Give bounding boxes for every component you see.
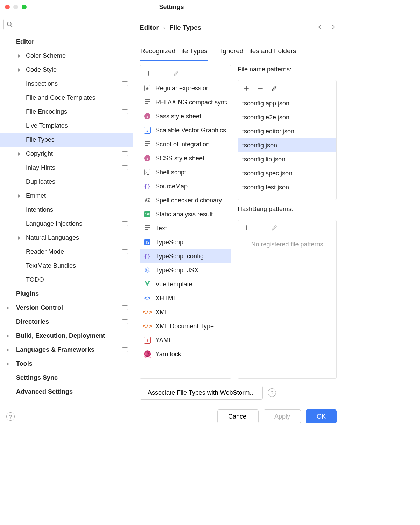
sidebar-item-label: Version Control <box>16 304 63 312</box>
sidebar-item[interactable]: Copyright <box>0 147 133 161</box>
search-input[interactable] <box>4 19 130 30</box>
filetype-label: Scalable Vector Graphics <box>155 127 226 134</box>
filetype-item[interactable]: sSCSS style sheet <box>140 151 231 165</box>
filetype-item[interactable]: </>XML <box>140 305 231 319</box>
sidebar-item[interactable]: Editor <box>0 35 133 49</box>
pattern-item[interactable]: tsconfig.e2e.json <box>238 110 336 124</box>
filetype-item[interactable]: 🧶Yarn lock <box>140 347 231 361</box>
forward-icon[interactable] <box>330 23 337 32</box>
sidebar-item[interactable]: Version Control <box>0 301 133 315</box>
chevron-right-icon <box>6 332 10 340</box>
sass-icon: s <box>144 113 150 119</box>
filetype-label: XML <box>155 309 168 316</box>
sidebar-item-label: Copyright <box>26 150 53 158</box>
scope-badge-icon <box>122 151 128 156</box>
pattern-item[interactable]: tsconfig.app.json <box>238 96 336 110</box>
sidebar-item-label: Intentions <box>26 206 53 214</box>
filetype-item[interactable]: ✱Regular expression <box>140 81 231 95</box>
sass-icon: s <box>144 155 150 161</box>
sidebar-item[interactable]: TODO <box>0 273 133 287</box>
sidebar-item[interactable]: Emmet <box>0 189 133 203</box>
hashbang-empty: No registered file patterns <box>238 236 336 248</box>
ok-button[interactable]: OK <box>306 410 337 424</box>
sidebar-item[interactable]: Build, Execution, Deployment <box>0 329 133 343</box>
cancel-button[interactable]: Cancel <box>217 410 259 424</box>
sidebar-item[interactable]: Reader Mode <box>0 245 133 259</box>
filetype-item[interactable]: ◢Scalable Vector Graphics <box>140 123 231 137</box>
edit-icon[interactable] <box>173 70 180 77</box>
yaml-icon: Y <box>144 337 151 344</box>
sidebar-item[interactable]: TextMate Bundles <box>0 259 133 273</box>
pattern-item[interactable]: tsconfig.spec.json <box>238 166 336 180</box>
pattern-item[interactable]: tsconfig.lib.json <box>238 152 336 166</box>
sidebar-item[interactable]: Live Templates <box>0 119 133 133</box>
scope-badge-icon <box>122 165 128 170</box>
sidebar-item[interactable]: Natural Languages <box>0 231 133 245</box>
filetype-label: Static analysis result <box>155 211 213 218</box>
sidebar-item-label: Advanced Settings <box>16 388 73 396</box>
breadcrumb-part[interactable]: Editor <box>140 24 159 31</box>
filetype-item[interactable]: TSTypeScript <box>140 235 231 249</box>
add-icon[interactable] <box>145 70 152 77</box>
sidebar-item[interactable]: Languages & Frameworks <box>0 343 133 357</box>
filetype-item[interactable]: Text <box>140 221 231 235</box>
tab[interactable]: Ignored Files and Folders <box>220 45 297 61</box>
sidebar-item[interactable]: Language Injections <box>0 217 133 231</box>
filetype-item[interactable]: >_Shell script <box>140 165 231 179</box>
sidebar-item[interactable]: File and Code Templates <box>0 91 133 105</box>
breadcrumb-part: File Types <box>169 24 202 31</box>
filetype-label: SCSS style sheet <box>155 155 204 162</box>
filetype-item[interactable]: </>XML Document Type <box>140 319 231 333</box>
sidebar-item[interactable]: Tools <box>0 357 133 371</box>
add-icon[interactable] <box>243 224 250 231</box>
filetype-item[interactable]: SRFStatic analysis result <box>140 207 231 221</box>
back-icon[interactable] <box>316 23 323 32</box>
filetype-item[interactable]: ⚛TypeScript JSX <box>140 263 231 277</box>
filetype-item[interactable]: AZSpell checker dictionary <box>140 193 231 207</box>
apply-button[interactable]: Apply <box>264 410 301 424</box>
sidebar-item[interactable]: Code Style <box>0 63 133 77</box>
text-icon <box>144 224 150 232</box>
sidebar-item[interactable]: Directories <box>0 315 133 329</box>
scope-badge-icon <box>122 347 128 352</box>
filetype-item[interactable]: {}SourceMap <box>140 179 231 193</box>
tag-icon: </> <box>142 323 152 329</box>
pattern-item[interactable]: tsconfig.editor.json <box>238 124 336 138</box>
sidebar-item[interactable]: Intentions <box>0 203 133 217</box>
filetype-item[interactable]: YYAML <box>140 333 231 347</box>
filetype-label: Shell script <box>155 169 186 176</box>
filetype-label: Spell checker dictionary <box>155 197 222 204</box>
text-icon <box>144 98 150 106</box>
svg-icon: ◢ <box>144 127 151 134</box>
pattern-item[interactable]: tsconfig.json <box>238 138 336 152</box>
remove-icon[interactable] <box>257 85 264 92</box>
sidebar-item-label: File Encodings <box>26 108 67 115</box>
sidebar-item[interactable]: Inspections <box>0 77 133 91</box>
filetype-item[interactable]: <>XHTML <box>140 291 231 305</box>
sidebar-item[interactable]: Color Scheme <box>0 49 133 63</box>
sidebar-item[interactable]: Duplicates <box>0 175 133 189</box>
help-icon[interactable]: ? <box>6 412 15 421</box>
filetype-item[interactable]: Script of integration <box>140 137 231 151</box>
filetype-item[interactable]: {}TypeScript config <box>140 249 231 263</box>
tag-icon: <> <box>144 295 150 301</box>
filetype-item[interactable]: sSass style sheet <box>140 109 231 123</box>
sidebar-item[interactable]: Advanced Settings <box>0 385 133 399</box>
tab[interactable]: Recognized File Types <box>140 45 208 61</box>
sidebar-item[interactable]: File Encodings <box>0 105 133 119</box>
filetype-item[interactable]: Vue template <box>140 277 231 291</box>
add-icon[interactable] <box>243 85 250 92</box>
associate-button[interactable]: Associate File Types with WebStorm... <box>140 386 263 400</box>
sidebar-item[interactable]: Plugins <box>0 287 133 301</box>
help-icon[interactable]: ? <box>268 388 276 397</box>
edit-icon[interactable] <box>271 85 278 92</box>
patterns-label: File name patterns: <box>238 66 337 73</box>
sidebar-item[interactable]: Settings Sync <box>0 371 133 385</box>
sidebar-item[interactable]: Inlay Hints <box>0 161 133 175</box>
sidebar-item-label: Plugins <box>16 290 39 298</box>
sidebar-item[interactable]: File Types <box>0 133 133 147</box>
pattern-item[interactable]: tsconfig.test.json <box>238 180 336 194</box>
filetype-item[interactable]: RELAX NG compact syntax <box>140 95 231 109</box>
remove-icon[interactable] <box>159 70 166 77</box>
filetype-label: TypeScript <box>155 239 185 246</box>
